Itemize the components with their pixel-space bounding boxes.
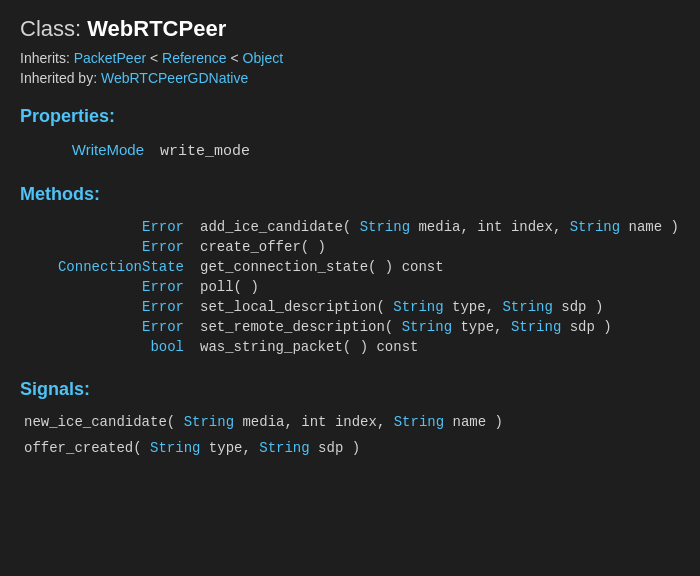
method-return-error-3-link[interactable]: Error bbox=[142, 279, 184, 295]
signals-section: Signals: new_ice_candidate( String media… bbox=[20, 379, 680, 456]
type-string-6[interactable]: String bbox=[511, 319, 561, 335]
method-return-bool: bool bbox=[40, 339, 200, 355]
method-return-error-4-link[interactable]: Error bbox=[142, 299, 184, 315]
method-return-connstate-link[interactable]: ConnectionState bbox=[58, 259, 184, 275]
signal-type-string-4[interactable]: String bbox=[259, 440, 309, 456]
page-container: Class: WebRTCPeer Inherits: PacketPeer <… bbox=[20, 16, 680, 456]
page-title: Class: WebRTCPeer bbox=[20, 16, 680, 42]
type-string-3[interactable]: String bbox=[393, 299, 443, 315]
class-keyword: Class: bbox=[20, 16, 81, 41]
inherited-by-label: Inherited by: bbox=[20, 70, 97, 86]
inherits-label: Inherits: bbox=[20, 50, 70, 66]
method-return-error-3: Error bbox=[40, 279, 200, 295]
method-return-error-5: Error bbox=[40, 319, 200, 335]
method-return-error-4: Error bbox=[40, 299, 200, 315]
properties-header: Properties: bbox=[20, 106, 680, 127]
prop-type-writemode-link[interactable]: WriteMode bbox=[72, 141, 144, 158]
method-sig-set-remote: set_remote_description( String type, Str… bbox=[200, 319, 612, 335]
inherits-sep1: < bbox=[150, 50, 162, 66]
property-row-writemode: WriteMode write_mode bbox=[20, 141, 680, 160]
method-row-get-conn-state: ConnectionState get_connection_state( ) … bbox=[20, 259, 680, 275]
method-row-set-local: Error set_local_description( String type… bbox=[20, 299, 680, 315]
method-return-error-1-link[interactable]: Error bbox=[142, 219, 184, 235]
signal-type-string-2[interactable]: String bbox=[394, 414, 444, 430]
prop-type-writemode: WriteMode bbox=[40, 141, 160, 158]
methods-header: Methods: bbox=[20, 184, 680, 205]
method-sig-poll: poll( ) bbox=[200, 279, 259, 295]
properties-section: Properties: WriteMode write_mode bbox=[20, 106, 680, 160]
method-row-was-string: bool was_string_packet( ) const bbox=[20, 339, 680, 355]
prop-name-writemode: write_mode bbox=[160, 143, 250, 160]
signals-header: Signals: bbox=[20, 379, 680, 400]
method-sig-add-ice: add_ice_candidate( String media, int ind… bbox=[200, 219, 679, 235]
method-return-error-5-link[interactable]: Error bbox=[142, 319, 184, 335]
inherits-sep2: < bbox=[231, 50, 243, 66]
type-string-4[interactable]: String bbox=[502, 299, 552, 315]
method-row-poll: Error poll( ) bbox=[20, 279, 680, 295]
type-string-5[interactable]: String bbox=[402, 319, 452, 335]
method-sig-set-local: set_local_description( String type, Stri… bbox=[200, 299, 603, 315]
inherits-object[interactable]: Object bbox=[243, 50, 283, 66]
type-string-2[interactable]: String bbox=[570, 219, 620, 235]
method-return-error-2-link[interactable]: Error bbox=[142, 239, 184, 255]
inherited-by-link[interactable]: WebRTCPeerGDNative bbox=[101, 70, 248, 86]
method-row-add-ice: Error add_ice_candidate( String media, i… bbox=[20, 219, 680, 235]
inherits-packetpeer[interactable]: PacketPeer bbox=[74, 50, 146, 66]
method-sig-get-conn: get_connection_state( ) const bbox=[200, 259, 444, 275]
method-return-error-1: Error bbox=[40, 219, 200, 235]
methods-section: Methods: Error add_ice_candidate( String… bbox=[20, 184, 680, 355]
inherits-reference[interactable]: Reference bbox=[162, 50, 227, 66]
method-return-error-2: Error bbox=[40, 239, 200, 255]
inherited-by-line: Inherited by: WebRTCPeerGDNative bbox=[20, 70, 680, 86]
type-string-1[interactable]: String bbox=[360, 219, 410, 235]
method-row-set-remote: Error set_remote_description( String typ… bbox=[20, 319, 680, 335]
signal-type-string-1[interactable]: String bbox=[184, 414, 234, 430]
class-name: WebRTCPeer bbox=[87, 16, 226, 41]
method-sig-was-string: was_string_packet( ) const bbox=[200, 339, 418, 355]
signal-row-new-ice: new_ice_candidate( String media, int ind… bbox=[20, 414, 680, 430]
inherits-line: Inherits: PacketPeer < Reference < Objec… bbox=[20, 50, 680, 66]
method-return-connstate: ConnectionState bbox=[40, 259, 200, 275]
method-row-create-offer: Error create_offer( ) bbox=[20, 239, 680, 255]
signal-row-offer-created: offer_created( String type, String sdp ) bbox=[20, 440, 680, 456]
method-sig-create-offer: create_offer( ) bbox=[200, 239, 326, 255]
signal-type-string-3[interactable]: String bbox=[150, 440, 200, 456]
